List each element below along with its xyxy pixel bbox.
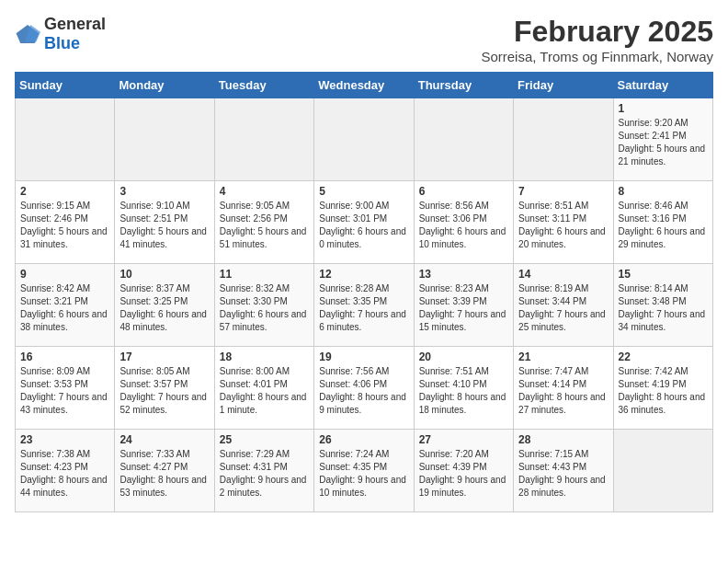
calendar-cell: 27Sunrise: 7:20 AM Sunset: 4:39 PM Dayli… [414,430,513,512]
day-info: Sunrise: 8:00 AM Sunset: 4:01 PM Dayligh… [220,365,309,417]
day-info: Sunrise: 8:28 AM Sunset: 3:35 PM Dayligh… [319,282,408,334]
calendar-cell: 9Sunrise: 8:42 AM Sunset: 3:21 PM Daylig… [16,264,115,347]
day-number: 18 [220,350,309,363]
header-friday: Friday [514,73,613,98]
day-info: Sunrise: 9:10 AM Sunset: 2:51 PM Dayligh… [119,200,209,251]
day-info: Sunrise: 9:05 AM Sunset: 2:56 PM Dayligh… [220,200,309,251]
day-number: 14 [518,268,608,281]
day-number: 2 [20,185,109,198]
calendar-cell: 28Sunrise: 7:15 AM Sunset: 4:43 PM Dayli… [514,430,613,512]
logo-blue: Blue [44,34,80,52]
day-number: 26 [319,433,408,446]
day-info: Sunrise: 7:15 AM Sunset: 4:43 PM Dayligh… [518,448,608,500]
day-number: 25 [220,433,309,446]
day-number: 6 [419,185,508,198]
calendar-cell: 20Sunrise: 7:51 AM Sunset: 4:10 PM Dayli… [414,347,513,430]
week-row-4: 16Sunrise: 8:09 AM Sunset: 3:53 PM Dayli… [16,347,713,430]
calendar-header-row: SundayMondayTuesdayWednesdayThursdayFrid… [16,73,713,98]
day-number: 24 [119,433,209,446]
calendar-cell: 16Sunrise: 8:09 AM Sunset: 3:53 PM Dayli… [16,347,115,430]
week-row-1: 1Sunrise: 9:20 AM Sunset: 2:41 PM Daylig… [16,98,713,181]
header-thursday: Thursday [414,73,513,98]
day-info: Sunrise: 9:20 AM Sunset: 2:41 PM Dayligh… [619,117,708,168]
day-info: Sunrise: 8:09 AM Sunset: 3:53 PM Dayligh… [20,365,109,417]
day-number: 11 [220,268,309,281]
calendar-table: SundayMondayTuesdayWednesdayThursdayFrid… [15,72,713,512]
header: General Blue February 2025 Sorreisa, Tro… [15,15,713,64]
calendar-cell: 3Sunrise: 9:10 AM Sunset: 2:51 PM Daylig… [115,181,214,264]
calendar-cell: 5Sunrise: 9:00 AM Sunset: 3:01 PM Daylig… [314,181,414,264]
day-number: 21 [518,350,608,363]
calendar-cell [115,98,214,181]
calendar-cell: 13Sunrise: 8:23 AM Sunset: 3:39 PM Dayli… [414,264,513,347]
day-info: Sunrise: 7:33 AM Sunset: 4:27 PM Dayligh… [119,448,209,500]
week-row-5: 23Sunrise: 7:38 AM Sunset: 4:23 PM Dayli… [16,430,713,512]
calendar-cell: 22Sunrise: 7:42 AM Sunset: 4:19 PM Dayli… [613,347,712,430]
day-number: 17 [119,350,209,363]
day-number: 15 [619,268,708,281]
calendar-cell: 2Sunrise: 9:15 AM Sunset: 2:46 PM Daylig… [16,181,115,264]
day-number: 4 [220,185,309,198]
day-info: Sunrise: 7:29 AM Sunset: 4:31 PM Dayligh… [220,448,309,500]
day-info: Sunrise: 8:05 AM Sunset: 3:57 PM Dayligh… [119,365,209,417]
day-info: Sunrise: 7:56 AM Sunset: 4:06 PM Dayligh… [319,365,408,417]
day-info: Sunrise: 8:46 AM Sunset: 3:16 PM Dayligh… [619,200,708,251]
calendar-cell: 23Sunrise: 7:38 AM Sunset: 4:23 PM Dayli… [16,430,115,512]
day-info: Sunrise: 7:24 AM Sunset: 4:35 PM Dayligh… [319,448,408,500]
day-info: Sunrise: 7:42 AM Sunset: 4:19 PM Dayligh… [619,365,708,417]
day-info: Sunrise: 8:19 AM Sunset: 3:44 PM Dayligh… [518,282,608,334]
day-number: 22 [619,350,708,363]
day-number: 5 [319,185,408,198]
day-number: 20 [419,350,508,363]
calendar-cell [514,98,613,181]
calendar-cell [16,98,115,181]
calendar-cell: 19Sunrise: 7:56 AM Sunset: 4:06 PM Dayli… [314,347,414,430]
calendar-cell [314,98,414,181]
day-info: Sunrise: 9:00 AM Sunset: 3:01 PM Dayligh… [319,200,408,251]
day-info: Sunrise: 7:20 AM Sunset: 4:39 PM Dayligh… [419,448,508,500]
calendar-cell: 6Sunrise: 8:56 AM Sunset: 3:06 PM Daylig… [414,181,513,264]
calendar-cell: 11Sunrise: 8:32 AM Sunset: 3:30 PM Dayli… [214,264,313,347]
day-number: 19 [319,350,408,363]
day-info: Sunrise: 8:56 AM Sunset: 3:06 PM Dayligh… [419,200,508,251]
calendar-cell: 18Sunrise: 8:00 AM Sunset: 4:01 PM Dayli… [214,347,313,430]
header-sunday: Sunday [16,73,115,98]
day-number: 8 [619,185,708,198]
day-info: Sunrise: 8:14 AM Sunset: 3:48 PM Dayligh… [619,282,708,334]
day-info: Sunrise: 8:23 AM Sunset: 3:39 PM Dayligh… [419,282,508,334]
logo-text: General Blue [44,15,106,53]
day-number: 27 [419,433,508,446]
day-info: Sunrise: 8:32 AM Sunset: 3:30 PM Dayligh… [220,282,309,334]
day-info: Sunrise: 8:37 AM Sunset: 3:25 PM Dayligh… [119,282,209,334]
header-wednesday: Wednesday [314,73,414,98]
calendar-cell: 15Sunrise: 8:14 AM Sunset: 3:48 PM Dayli… [613,264,712,347]
day-number: 1 [619,102,708,115]
title-area: February 2025 Sorreisa, Troms og Finnmar… [481,15,713,64]
calendar-cell: 7Sunrise: 8:51 AM Sunset: 3:11 PM Daylig… [514,181,613,264]
day-info: Sunrise: 9:15 AM Sunset: 2:46 PM Dayligh… [20,200,109,251]
day-number: 10 [119,268,209,281]
header-monday: Monday [115,73,214,98]
day-number: 23 [20,433,109,446]
day-number: 12 [319,268,408,281]
day-number: 16 [20,350,109,363]
day-number: 7 [518,185,608,198]
calendar-cell: 17Sunrise: 8:05 AM Sunset: 3:57 PM Dayli… [115,347,214,430]
day-number: 13 [419,268,508,281]
day-info: Sunrise: 8:42 AM Sunset: 3:21 PM Dayligh… [20,282,109,334]
calendar-cell: 12Sunrise: 8:28 AM Sunset: 3:35 PM Dayli… [314,264,414,347]
calendar-cell: 21Sunrise: 7:47 AM Sunset: 4:14 PM Dayli… [514,347,613,430]
week-row-2: 2Sunrise: 9:15 AM Sunset: 2:46 PM Daylig… [16,181,713,264]
calendar-cell [214,98,313,181]
calendar-subtitle: Sorreisa, Troms og Finnmark, Norway [481,49,713,64]
day-info: Sunrise: 7:51 AM Sunset: 4:10 PM Dayligh… [419,365,508,417]
header-saturday: Saturday [613,73,712,98]
day-info: Sunrise: 8:51 AM Sunset: 3:11 PM Dayligh… [518,200,608,251]
calendar-cell: 25Sunrise: 7:29 AM Sunset: 4:31 PM Dayli… [214,430,313,512]
calendar-cell [613,430,712,512]
day-info: Sunrise: 7:38 AM Sunset: 4:23 PM Dayligh… [20,448,109,500]
day-number: 28 [518,433,608,446]
calendar-cell: 10Sunrise: 8:37 AM Sunset: 3:25 PM Dayli… [115,264,214,347]
logo-icon [15,23,40,45]
calendar-cell: 14Sunrise: 8:19 AM Sunset: 3:44 PM Dayli… [514,264,613,347]
